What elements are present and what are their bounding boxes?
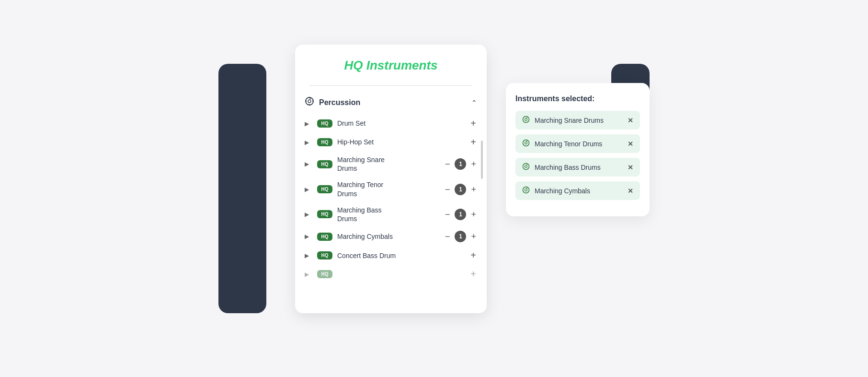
instrument-panel: HQ Instruments Percussion ⌃ [295,45,487,313]
hq-badge: HQ [317,185,332,193]
remove-tenor-button[interactable]: ✕ [628,140,633,148]
svg-point-4 [523,140,529,146]
section-label: Percussion [319,98,360,107]
hq-badge: HQ [317,233,332,241]
play-drum-set-button[interactable]: ▶ [305,120,312,127]
instrument-row: ▶ HQ Drum Set + [300,114,482,133]
instrument-row: ▶ HQ Marching Cymbals − 1 + [300,227,482,246]
decrease-cymbals-button[interactable]: − [444,232,451,241]
svg-point-0 [306,97,313,105]
add-hip-hop-set-button[interactable]: + [469,137,477,148]
hq-badge: HQ [317,119,332,128]
qty-bass: 1 [455,209,466,220]
qty-controls-tenor: − 1 + [444,184,477,195]
add-concert-bass-button[interactable]: + [469,250,477,261]
hq-badge: HQ [317,251,332,259]
svg-point-3 [525,118,527,121]
panel-divider [309,85,472,86]
increase-cymbals-button[interactable]: + [470,232,477,241]
selected-item-tenor: Marching Tenor Drums ✕ [515,134,640,153]
dark-card-left [218,64,266,313]
instrument-list: ▶ HQ Drum Set + ▶ HQ Hip-Hop Set + ▶ HQ … [295,114,487,283]
instrument-name: Marching TenorDrums [337,180,439,198]
play-marching-tenor-button[interactable]: ▶ [305,186,312,193]
instrument-name: Hip-Hop Set [337,138,465,146]
selected-item-icon-tenor [522,139,530,148]
qty-snare: 1 [455,158,466,170]
instrument-name: Marching Cymbals [337,232,439,241]
instrument-row: ▶ HQ Marching BassDrums − 1 + [300,202,482,227]
remove-cymbals-button[interactable]: ✕ [628,187,633,195]
hq-badge: HQ [317,270,332,278]
increase-snare-button[interactable]: + [470,160,477,168]
qty-cymbals: 1 [455,231,466,242]
selected-panel: Instruments selected: Marching Snare Dru… [506,83,650,216]
play-partial-button[interactable]: ▶ [305,271,312,278]
instrument-row: ▶ HQ Marching TenorDrums − 1 + [300,177,482,201]
selected-item-snare: Marching Snare Drums ✕ [515,111,640,130]
increase-bass-button[interactable]: + [470,210,477,219]
remove-bass-button[interactable]: ✕ [628,164,633,171]
svg-point-2 [523,117,529,123]
percussion-section-header[interactable]: Percussion ⌃ [295,91,487,114]
svg-point-9 [525,189,527,191]
selected-item-name-snare: Marching Snare Drums [535,117,623,124]
svg-point-6 [523,164,529,170]
play-marching-snare-button[interactable]: ▶ [305,161,312,167]
decrease-bass-button[interactable]: − [444,210,451,219]
instrument-name: Drum Set [337,119,465,128]
play-concert-bass-button[interactable]: ▶ [305,252,312,259]
instrument-name: Marching BassDrums [337,206,439,223]
instrument-row: ▶ HQ Marching SnareDrums − 1 + [300,152,482,177]
selected-item-name-tenor: Marching Tenor Drums [535,140,623,148]
hq-badge: HQ [317,210,332,218]
selected-item-icon-snare [522,116,530,125]
main-scene: HQ Instruments Percussion ⌃ [218,45,650,332]
panel-header: HQ Instruments [295,45,487,81]
play-hip-hop-set-button[interactable]: ▶ [305,139,312,146]
svg-point-1 [308,100,311,103]
svg-point-5 [525,142,527,144]
selected-title: Instruments selected: [515,94,640,103]
selected-item-bass: Marching Bass Drums ✕ [515,158,640,177]
play-marching-bass-button[interactable]: ▶ [305,211,312,218]
add-partial-button[interactable]: + [469,269,477,280]
remove-snare-button[interactable]: ✕ [628,117,633,124]
qty-controls-bass: − 1 + [444,209,477,220]
qty-controls-snare: − 1 + [444,158,477,170]
instrument-row: ▶ HQ Concert Bass Drum + [300,246,482,265]
panel-title: HQ Instruments [305,58,477,73]
section-header-left: Percussion [305,96,360,108]
scroll-indicator [481,141,483,179]
instrument-row: ▶ HQ + [300,265,482,283]
selected-item-name-bass: Marching Bass Drums [535,164,623,171]
instrument-name: Concert Bass Drum [337,251,465,260]
svg-point-8 [523,187,529,193]
play-marching-cymbals-button[interactable]: ▶ [305,233,312,240]
qty-tenor: 1 [455,184,466,195]
percussion-icon [305,96,314,108]
qty-controls-cymbals: − 1 + [444,231,477,242]
increase-tenor-button[interactable]: + [470,185,477,194]
selected-item-icon-bass [522,163,530,172]
decrease-snare-button[interactable]: − [444,160,451,168]
hq-badge: HQ [317,160,332,168]
hq-badge: HQ [317,138,332,146]
instrument-row: ▶ HQ Hip-Hop Set + [300,133,482,152]
svg-point-7 [525,165,527,168]
add-drum-set-button[interactable]: + [469,118,477,129]
selected-item-icon-cymbals [522,186,530,195]
selected-item-cymbals: Marching Cymbals ✕ [515,181,640,200]
selected-item-name-cymbals: Marching Cymbals [535,187,623,195]
decrease-tenor-button[interactable]: − [444,185,451,194]
chevron-up-icon: ⌃ [471,99,477,106]
instrument-name: Marching SnareDrums [337,155,439,173]
